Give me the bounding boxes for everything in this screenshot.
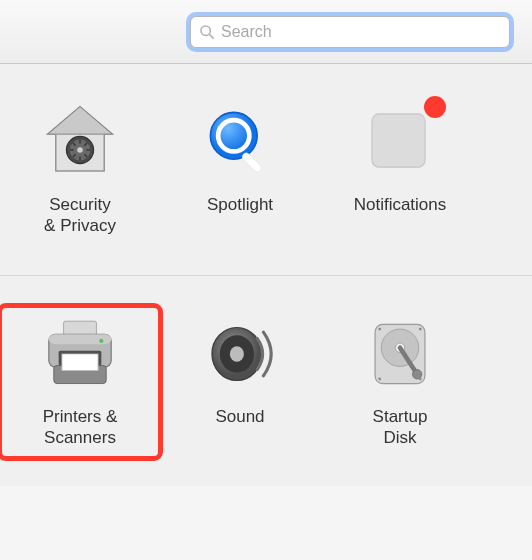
svg-point-37 — [378, 377, 381, 380]
speaker-icon — [198, 312, 282, 396]
pref-spotlight[interactable]: Spotlight — [160, 94, 320, 247]
pref-security-privacy[interactable]: Security & Privacy — [0, 94, 160, 247]
pref-label: Security & Privacy — [44, 194, 116, 237]
svg-rect-26 — [62, 354, 98, 370]
pref-label: Notifications — [354, 194, 447, 215]
svg-point-30 — [230, 346, 244, 362]
svg-point-36 — [419, 327, 422, 330]
svg-point-15 — [77, 147, 83, 153]
svg-line-1 — [209, 34, 213, 38]
svg-point-38 — [419, 377, 422, 380]
notification-badge — [424, 96, 446, 118]
svg-point-34 — [412, 369, 421, 378]
toolbar — [0, 0, 532, 64]
svg-point-27 — [99, 338, 103, 342]
search-icon — [199, 24, 215, 40]
pref-printers-scanners[interactable]: Printers & Scanners — [0, 306, 160, 459]
pref-notifications[interactable]: Notifications — [320, 94, 480, 247]
svg-rect-19 — [372, 114, 425, 167]
svg-point-0 — [201, 26, 210, 35]
pref-label: Startup Disk — [373, 406, 428, 449]
search-field[interactable] — [190, 16, 510, 48]
magnifier-blue-icon — [198, 100, 282, 184]
notification-square-icon — [358, 100, 442, 184]
pref-startup-disk[interactable]: Startup Disk — [320, 306, 480, 459]
svg-marker-4 — [48, 107, 112, 134]
pref-sound[interactable]: Sound — [160, 306, 320, 459]
pref-label: Sound — [215, 406, 264, 427]
svg-rect-18 — [241, 151, 263, 173]
printer-icon — [38, 312, 122, 396]
pref-label: Spotlight — [207, 194, 273, 215]
svg-point-35 — [378, 327, 381, 330]
house-lock-icon — [38, 100, 122, 184]
pref-row: Printers & Scanners Sound Startup Disk — [0, 276, 532, 487]
hard-drive-icon — [358, 312, 442, 396]
search-input[interactable] — [221, 23, 501, 41]
pref-row: Security & Privacy Spotlight Notificatio… — [0, 64, 532, 276]
pref-label: Printers & Scanners — [43, 406, 118, 449]
